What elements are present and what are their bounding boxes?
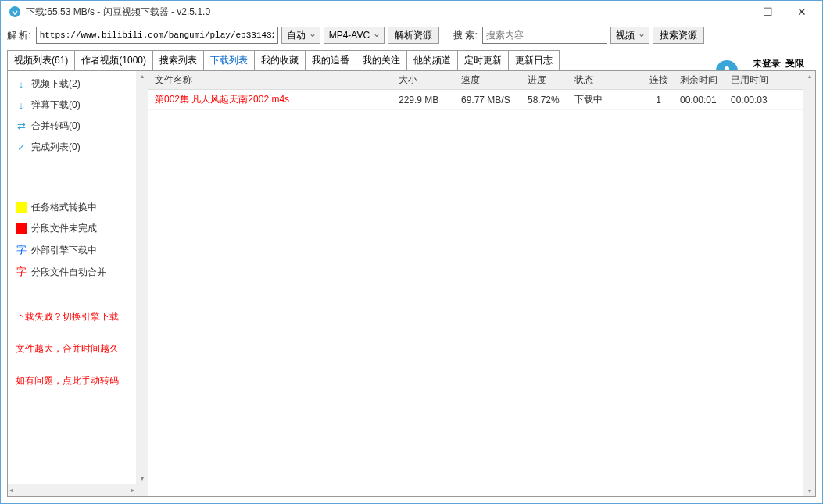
hint-link-2[interactable]: 如有问题，点此手动转码 bbox=[16, 374, 140, 388]
legend-label: 外部引擎下载中 bbox=[31, 244, 97, 257]
table-body: 第002集 凡人风起天南2002.m4s229.9 MB69.77 MB/S58… bbox=[148, 90, 815, 110]
sidebar-scrollbar-v[interactable] bbox=[136, 71, 148, 484]
legend: 任务格式转换中分段文件未完成字外部引擎下载中字分段文件自动合并 bbox=[16, 201, 140, 279]
window-title: 下载:65.53 MB/s - 闪豆视频下载器 - v2.5.1.0 bbox=[26, 5, 716, 19]
sidebar-icon: ↓ bbox=[16, 78, 27, 90]
col-header-speed[interactable]: 速度 bbox=[461, 73, 528, 87]
window-controls: — ☐ ✕ bbox=[716, 1, 819, 23]
tab-3[interactable]: 下载列表 bbox=[203, 50, 255, 70]
col-header-size[interactable]: 大小 bbox=[399, 73, 461, 87]
legend-swatch bbox=[16, 223, 27, 234]
cell-speed: 69.77 MB/S bbox=[461, 95, 528, 105]
table-row[interactable]: 第002集 凡人风起天南2002.m4s229.9 MB69.77 MB/S58… bbox=[148, 90, 815, 110]
legend-swatch bbox=[16, 202, 27, 213]
parse-label: 解 析: bbox=[7, 29, 31, 42]
col-header-status[interactable]: 状态 bbox=[574, 73, 637, 87]
sidebar-item-1[interactable]: ↓弹幕下载(0) bbox=[16, 98, 140, 112]
tab-8[interactable]: 定时更新 bbox=[457, 50, 509, 70]
hint-link-1[interactable]: 文件越大，合并时间越久 bbox=[16, 342, 140, 356]
legend-label: 分段文件未完成 bbox=[31, 222, 97, 235]
sidebar-item-label: 完成列表(0) bbox=[31, 141, 81, 154]
app-window: 下载:65.53 MB/s - 闪豆视频下载器 - v2.5.1.0 — ☐ ✕… bbox=[0, 0, 823, 504]
col-header-remain[interactable]: 剩余时间 bbox=[680, 73, 731, 87]
tab-5[interactable]: 我的追番 bbox=[305, 50, 356, 70]
tab-4[interactable]: 我的收藏 bbox=[254, 50, 306, 70]
limit-status: 受限 bbox=[785, 57, 804, 70]
sidebar-item-3[interactable]: ✓完成列表(0) bbox=[16, 141, 140, 154]
cell-name: 第002集 凡人风起天南2002.m4s bbox=[148, 93, 399, 106]
main-scrollbar-v[interactable] bbox=[803, 71, 815, 496]
legend-item-3: 字分段文件自动合并 bbox=[16, 265, 140, 279]
search-input[interactable] bbox=[482, 27, 607, 44]
maximize-button[interactable]: ☐ bbox=[750, 1, 785, 23]
tab-6[interactable]: 我的关注 bbox=[356, 50, 407, 70]
sidebar-item-0[interactable]: ↓视频下载(2) bbox=[16, 77, 140, 91]
main-panel: 文件名称 大小 速度 进度 状态 连接 剩余时间 已用时间 第002集 凡人风起… bbox=[148, 71, 815, 496]
hint-link-0[interactable]: 下载失败？切换引擎下载 bbox=[16, 310, 140, 323]
legend-char-icon: 字 bbox=[16, 265, 27, 279]
scrollbar-corner bbox=[136, 484, 148, 496]
tab-9[interactable]: 更新日志 bbox=[508, 50, 560, 70]
sidebar: ↓视频下载(2)↓弹幕下载(0)⇄合并转码(0)✓完成列表(0) 任务格式转换中… bbox=[8, 71, 148, 394]
cell-elapsed: 00:00:03 bbox=[731, 95, 782, 105]
auto-select[interactable]: 自动 bbox=[281, 27, 320, 44]
hints: 下载失败？切换引擎下载文件越大，合并时间越久如有问题，点此手动转码 bbox=[16, 310, 140, 388]
legend-label: 任务格式转换中 bbox=[31, 201, 97, 214]
app-icon bbox=[9, 5, 21, 18]
search-button[interactable]: 搜索资源 bbox=[653, 27, 704, 44]
legend-item-2: 字外部引擎下载中 bbox=[16, 243, 140, 257]
toolbar: 解 析: 自动 MP4-AVC 解析资源 搜 索: 视频 搜索资源 bbox=[1, 23, 822, 47]
search-type-select[interactable]: 视频 bbox=[610, 27, 649, 44]
sidebar-scrollbar-h[interactable] bbox=[8, 484, 136, 496]
cell-remain: 00:00:01 bbox=[680, 95, 731, 105]
minimize-button[interactable]: — bbox=[716, 1, 750, 23]
close-button[interactable]: ✕ bbox=[785, 1, 819, 23]
col-header-progress[interactable]: 进度 bbox=[528, 73, 574, 87]
legend-char-icon: 字 bbox=[16, 243, 27, 257]
titlebar[interactable]: 下载:65.53 MB/s - 闪豆视频下载器 - v2.5.1.0 — ☐ ✕ bbox=[1, 1, 822, 23]
tab-0[interactable]: 视频列表(61) bbox=[7, 50, 75, 70]
sidebar-icon: ✓ bbox=[16, 141, 27, 153]
table-header: 文件名称 大小 速度 进度 状态 连接 剩余时间 已用时间 bbox=[148, 71, 815, 90]
col-header-conn[interactable]: 连接 bbox=[637, 73, 680, 87]
login-status: 未登录 bbox=[753, 57, 781, 70]
tabs-row: 视频列表(61)作者视频(1000)搜索列表下载列表我的收藏我的追番我的关注他的… bbox=[1, 50, 822, 70]
tab-1[interactable]: 作者视频(1000) bbox=[74, 50, 153, 70]
col-header-name[interactable]: 文件名称 bbox=[148, 73, 399, 87]
cell-progress: 58.72% bbox=[528, 95, 574, 105]
sidebar-item-2[interactable]: ⇄合并转码(0) bbox=[16, 120, 140, 133]
svg-point-0 bbox=[9, 6, 20, 17]
sidebar-item-label: 视频下载(2) bbox=[31, 77, 81, 91]
sidebar-item-label: 合并转码(0) bbox=[31, 120, 81, 133]
legend-item-0: 任务格式转换中 bbox=[16, 201, 140, 214]
url-input[interactable] bbox=[36, 27, 278, 44]
sidebar-icon: ↓ bbox=[16, 99, 27, 111]
sidebar-icon: ⇄ bbox=[16, 120, 27, 132]
cell-size: 229.9 MB bbox=[399, 95, 461, 105]
content-area: ↓视频下载(2)↓弹幕下载(0)⇄合并转码(0)✓完成列表(0) 任务格式转换中… bbox=[7, 70, 816, 497]
cell-status: 下载中 bbox=[574, 93, 637, 106]
cell-conn: 1 bbox=[637, 95, 680, 105]
tab-7[interactable]: 他的频道 bbox=[406, 50, 458, 70]
format-select[interactable]: MP4-AVC bbox=[324, 27, 385, 44]
col-header-elapsed[interactable]: 已用时间 bbox=[731, 73, 782, 87]
parse-button[interactable]: 解析资源 bbox=[388, 27, 439, 44]
search-label: 搜 索: bbox=[453, 29, 478, 42]
tab-2[interactable]: 搜索列表 bbox=[152, 50, 204, 70]
sidebar-item-label: 弹幕下载(0) bbox=[31, 98, 81, 112]
legend-label: 分段文件自动合并 bbox=[31, 266, 106, 279]
legend-item-1: 分段文件未完成 bbox=[16, 222, 140, 235]
